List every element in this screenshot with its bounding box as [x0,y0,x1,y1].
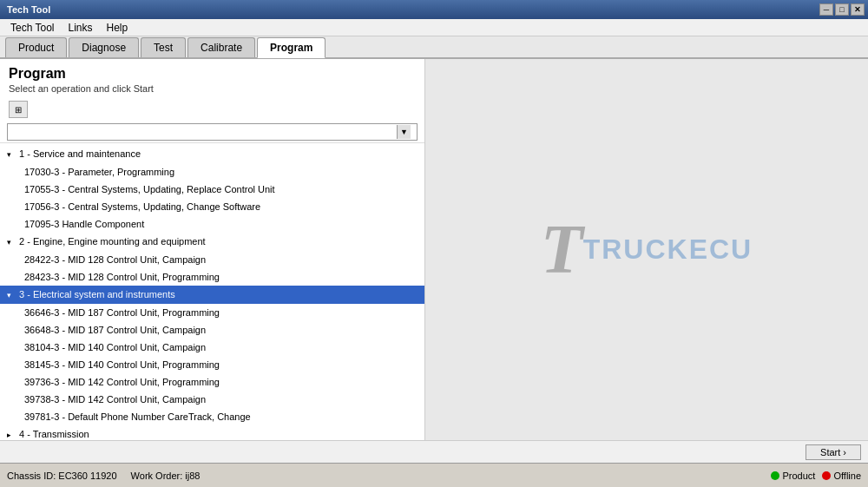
product-status-dot [771,471,779,480]
tree-category-3[interactable]: ▾3 - Electrical system and instruments [0,286,424,304]
close-button[interactable]: ✕ [851,3,865,16]
tree-item-17055[interactable]: 17055-3 - Central Systems, Updating, Rep… [0,181,424,198]
search-input[interactable] [7,123,418,141]
nav-tabs: Product Diagnose Test Calibrate Program [0,36,868,59]
menu-links[interactable]: Links [61,20,99,36]
tree-item-39781[interactable]: 39781-3 - Default Phone Number CareTrack… [0,408,424,425]
offline-status-label: Offline [833,471,861,481]
watermark-t-letter: T [541,210,583,289]
panel-title: Program [9,66,416,82]
chassis-id: Chassis ID: EC360 11920 [7,471,117,481]
tree-item-36648[interactable]: 36648-3 - MID 187 Control Unit, Campaign [0,321,424,339]
tree-container[interactable]: ▾1 - Service and maintenance 17030-3 - P… [0,142,424,440]
status-bar: Chassis ID: EC360 11920 Work Order: ij88… [0,463,868,487]
tree-item-38145[interactable]: 38145-3 - MID 140 Control Unit, Programm… [0,356,424,373]
menu-help[interactable]: Help [100,20,135,36]
tab-product[interactable]: Product [5,37,67,57]
tab-calibrate[interactable]: Calibrate [187,37,255,57]
left-panel: Program Select an operation and click St… [0,59,425,440]
tab-program[interactable]: Program [257,37,326,58]
search-dropdown-icon[interactable]: ▼ [397,125,411,139]
bottom-bar: Start › [0,440,868,463]
expand-cat2-icon: ▾ [7,235,17,249]
menu-techtool[interactable]: Tech Tool [3,20,61,36]
right-panel: T TRUCKECU [425,59,868,440]
tree-item-39738[interactable]: 39738-3 - MID 142 Control Unit, Campaign [0,391,424,408]
panel-toolbar: ⊞ [0,97,424,122]
expand-cat4-icon: ▸ [7,428,17,440]
expand-cat1-icon: ▾ [7,148,17,161]
tree-item-17095[interactable]: 17095-3 Handle Component [0,215,424,233]
status-right: Product Offline [771,471,861,481]
start-button[interactable]: Start › [806,444,861,460]
window-title: Tech Tool [3,4,50,15]
tree-category-1[interactable]: ▾1 - Service and maintenance [0,145,424,163]
tree-category-2[interactable]: ▾2 - Engine, Engine mounting and equipme… [0,233,424,251]
watermark: T TRUCKECU [541,210,753,289]
minimize-button[interactable]: ─ [819,3,833,16]
expand-all-button[interactable]: ⊞ [9,101,28,118]
search-bar: ▼ [0,122,424,142]
window-controls: ─ □ ✕ [819,3,865,16]
expand-cat3-icon: ▾ [7,288,17,302]
watermark-brand: TRUCKECU [583,234,753,266]
title-bar: Tech Tool ─ □ ✕ [0,0,868,19]
tab-test[interactable]: Test [141,37,186,57]
tree-item-39736[interactable]: 39736-3 - MID 142 Control Unit, Programm… [0,373,424,391]
maximize-button[interactable]: □ [835,3,849,16]
product-status-label: Product [782,471,815,481]
menu-bar: Tech Tool Links Help [0,19,868,36]
main-content: Program Select an operation and click St… [0,59,868,440]
offline-status-dot [822,471,831,480]
tree-item-28422[interactable]: 28422-3 - MID 128 Control Unit, Campaign [0,251,424,268]
offline-status: Offline [822,471,861,481]
tree-item-17056[interactable]: 17056-3 - Central Systems, Updating, Cha… [0,198,424,215]
tree-item-36646[interactable]: 36646-3 - MID 187 Control Unit, Programm… [0,304,424,321]
panel-header: Program Select an operation and click St… [0,59,424,97]
tab-diagnose[interactable]: Diagnose [69,37,139,57]
tree-item-38104[interactable]: 38104-3 - MID 140 Control Unit, Campaign [0,339,424,356]
product-status: Product [771,471,815,481]
tree-category-4[interactable]: ▸4 - Transmission [0,425,424,440]
panel-subtitle: Select an operation and click Start [9,83,416,94]
expand-icon: ⊞ [15,105,22,115]
status-left: Chassis ID: EC360 11920 Work Order: ij88 [7,471,200,481]
tree-item-28423[interactable]: 28423-3 - MID 128 Control Unit, Programm… [0,268,424,286]
work-order: Work Order: ij88 [131,471,201,481]
tree-item-17030[interactable]: 17030-3 - Parameter, Programming [0,163,424,181]
